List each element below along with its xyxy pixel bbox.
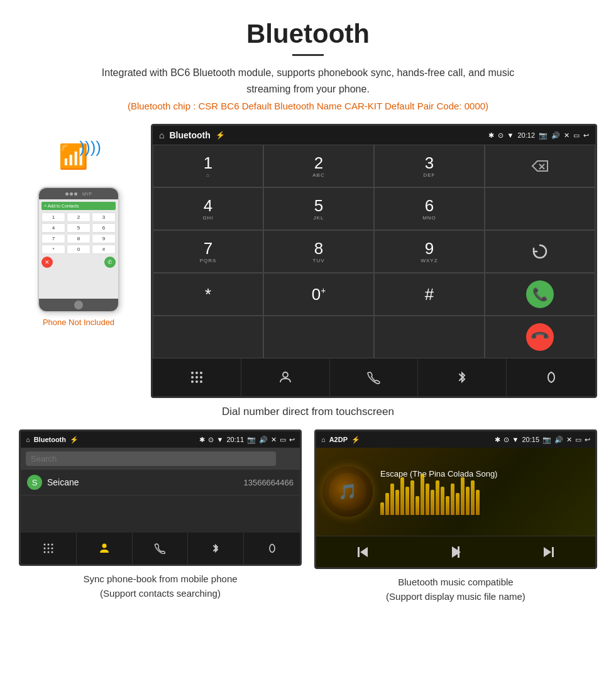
eq-bar xyxy=(466,487,470,515)
pb-keypad-btn[interactable] xyxy=(21,533,77,564)
music-back-icon[interactable]: ↩ xyxy=(585,436,590,444)
eq-bar xyxy=(436,480,439,515)
phone-end-call-btn[interactable]: ✕ xyxy=(41,257,53,268)
phone-key-9[interactable]: 9 xyxy=(92,234,116,243)
pb-bt-btn[interactable] xyxy=(188,533,244,564)
svg-point-14 xyxy=(51,544,53,546)
phone-key-1[interactable]: 1 xyxy=(41,213,65,222)
pb-search-input[interactable] xyxy=(26,451,276,466)
dialer-keypad-btn[interactable] xyxy=(153,358,241,396)
phone-key-2[interactable]: 2 xyxy=(67,213,91,222)
dial-key-7[interactable]: 7 PQRS xyxy=(153,230,263,273)
dial-key-hash[interactable]: # xyxy=(374,273,485,316)
home-icon[interactable]: ⌂ xyxy=(159,130,164,140)
dialer-settings-btn[interactable] xyxy=(507,358,595,396)
phone-call-btn[interactable]: ✆ xyxy=(104,257,116,268)
music-close-icon[interactable]: ✕ xyxy=(566,436,572,444)
svg-point-18 xyxy=(43,551,45,553)
phone-key-5[interactable]: 5 xyxy=(67,223,91,233)
pb-screen2-icon[interactable]: ▭ xyxy=(280,436,286,444)
music-usb-icon: ⚡ xyxy=(351,436,360,444)
eq-bar xyxy=(431,490,434,515)
dial-call-green-btn[interactable]: 📞 xyxy=(485,273,595,316)
screen-icon[interactable]: ▭ xyxy=(573,131,580,140)
pb-camera-icon[interactable]: 📷 xyxy=(247,436,256,444)
eq-bar xyxy=(390,484,394,515)
music-equalizer xyxy=(380,484,589,515)
eq-bar xyxy=(446,496,449,515)
dial-key-8[interactable]: 8 TUV xyxy=(263,230,374,273)
music-play-pause-btn[interactable] xyxy=(409,536,502,567)
pb-home-icon[interactable]: ⌂ xyxy=(26,436,30,443)
svg-point-7 xyxy=(200,376,202,379)
pb-contact-name: Seicane xyxy=(47,477,243,487)
svg-marker-26 xyxy=(544,547,551,557)
dialer-grid: 1 ⌂ 2 ABC 3 DEF 4 GHI xyxy=(153,145,595,358)
pb-back-icon[interactable]: ↩ xyxy=(289,436,295,444)
dial-key-5[interactable]: 5 JKL xyxy=(263,187,374,230)
phone-key-0[interactable]: 0 xyxy=(67,245,91,254)
signal-dot xyxy=(70,192,73,196)
dial-key-2[interactable]: 2 ABC xyxy=(263,145,374,187)
dial-key-star[interactable]: * xyxy=(153,273,263,316)
svg-point-13 xyxy=(47,544,49,546)
location-icon: ⊙ xyxy=(498,131,503,140)
phone-key-8[interactable]: 8 xyxy=(67,234,91,243)
dial-empty-4 xyxy=(374,316,485,358)
dial-key-3[interactable]: 3 DEF xyxy=(374,145,485,187)
svg-point-8 xyxy=(191,380,194,383)
pb-phone-btn[interactable] xyxy=(133,533,189,564)
phone-key-3[interactable]: 3 xyxy=(92,213,116,222)
phonebook-block: ⌂ Bluetooth ⚡ ✱ ⊙ ▼ 20:11 📷 🔊 ✕ ▭ ↩ xyxy=(19,429,302,607)
bottom-screenshots: ⌂ Bluetooth ⚡ ✱ ⊙ ▼ 20:11 📷 🔊 ✕ ▭ ↩ xyxy=(0,429,616,607)
pb-contact-row[interactable]: S Seicane 13566664466 xyxy=(21,470,300,495)
camera-icon[interactable]: 📷 xyxy=(539,131,547,140)
page-header: Bluetooth Integrated with BC6 Bluetooth … xyxy=(0,0,616,124)
dial-key-1[interactable]: 1 ⌂ xyxy=(153,145,263,187)
eq-bar xyxy=(461,477,465,515)
back-icon[interactable]: ↩ xyxy=(583,131,589,140)
dial-redial-btn[interactable] xyxy=(485,230,595,273)
dialer-contacts-btn[interactable] xyxy=(241,358,330,396)
pb-statusbar-left: ⌂ Bluetooth ⚡ xyxy=(26,436,79,444)
phone-top-bar: MYP xyxy=(39,188,118,199)
pb-bt-icon: ✱ xyxy=(199,436,205,444)
music-home-icon[interactable]: ⌂ xyxy=(321,436,326,443)
dial-key-0[interactable]: 0+ xyxy=(263,273,374,316)
phone-key-star[interactable]: * xyxy=(41,245,65,254)
dial-call-red-btn[interactable]: 📞 xyxy=(485,316,595,358)
phone-key-hash[interactable]: # xyxy=(92,245,116,254)
dial-key-4[interactable]: 4 GHI xyxy=(153,187,263,230)
dial-backspace-btn[interactable] xyxy=(485,145,595,187)
volume-icon[interactable]: 🔊 xyxy=(551,131,560,140)
dial-key-6[interactable]: 6 MNO xyxy=(374,187,485,230)
music-controls xyxy=(316,536,595,567)
dialer-phone-btn[interactable] xyxy=(330,358,419,396)
pb-settings-btn[interactable] xyxy=(244,533,300,564)
close-icon[interactable]: ✕ xyxy=(564,131,569,140)
dial-key-9[interactable]: 9 WXYZ xyxy=(374,230,485,273)
dialer-bluetooth-btn[interactable] xyxy=(418,358,507,396)
pb-close-icon[interactable]: ✕ xyxy=(271,436,277,444)
svg-point-17 xyxy=(51,548,53,550)
info-line: (Bluetooth chip : CSR BC6 Default Blueto… xyxy=(13,101,603,111)
phone-home-button[interactable] xyxy=(74,301,83,309)
signal-dot xyxy=(74,192,77,196)
pb-contacts-btn[interactable] xyxy=(77,533,133,564)
eq-bar xyxy=(385,493,389,515)
music-title: A2DP xyxy=(329,436,348,443)
music-camera-icon[interactable]: 📷 xyxy=(542,436,551,444)
music-screen-icon[interactable]: ▭ xyxy=(575,436,581,444)
pb-usb-icon: ⚡ xyxy=(70,436,79,444)
music-vol-icon[interactable]: 🔊 xyxy=(554,436,563,444)
call-green-circle: 📞 xyxy=(526,280,554,308)
svg-point-4 xyxy=(200,372,202,374)
pb-vol-icon[interactable]: 🔊 xyxy=(259,436,268,444)
phone-key-6[interactable]: 6 xyxy=(92,223,116,233)
phone-key-4[interactable]: 4 xyxy=(41,223,65,233)
music-next-btn[interactable] xyxy=(502,536,595,567)
eq-bar xyxy=(380,502,384,515)
phone-key-7[interactable]: 7 xyxy=(41,234,65,243)
music-prev-btn[interactable] xyxy=(316,536,409,567)
bt-icon: ✱ xyxy=(488,131,494,140)
